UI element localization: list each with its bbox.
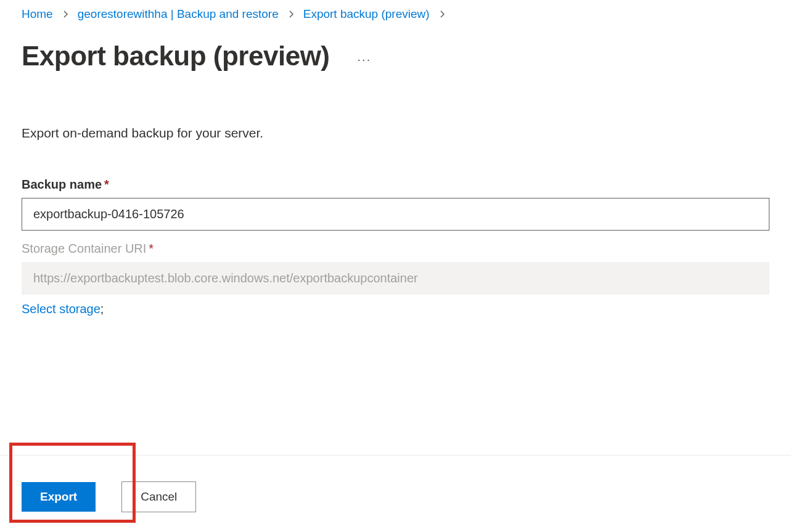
backup-name-label: Backup name* xyxy=(22,178,109,192)
required-asterisk: * xyxy=(149,242,154,255)
chevron-right-icon xyxy=(62,10,69,18)
storage-uri-label: Storage Container URI* xyxy=(22,242,154,256)
page-description: Export on-demand backup for your server. xyxy=(22,126,769,141)
breadcrumb-home[interactable]: Home xyxy=(22,7,53,21)
breadcrumb: Home georestorewithha | Backup and resto… xyxy=(22,7,769,21)
export-button[interactable]: Export xyxy=(22,482,96,512)
chevron-right-icon xyxy=(438,10,446,18)
breadcrumb-current[interactable]: Export backup (preview) xyxy=(303,7,430,21)
more-menu-icon[interactable]: ··· xyxy=(358,46,372,67)
footer-actions: Export Cancel xyxy=(0,455,791,526)
page-title: Export backup (preview) xyxy=(22,41,330,72)
chevron-right-icon xyxy=(287,10,295,18)
cancel-button[interactable]: Cancel xyxy=(121,481,196,512)
breadcrumb-resource[interactable]: georestorewithha | Backup and restore xyxy=(78,7,279,21)
select-storage-link[interactable]: Select storage xyxy=(22,302,100,316)
required-asterisk: * xyxy=(104,178,109,191)
storage-uri-input xyxy=(22,262,769,295)
link-suffix: ; xyxy=(100,302,104,316)
backup-name-input[interactable] xyxy=(22,198,769,231)
